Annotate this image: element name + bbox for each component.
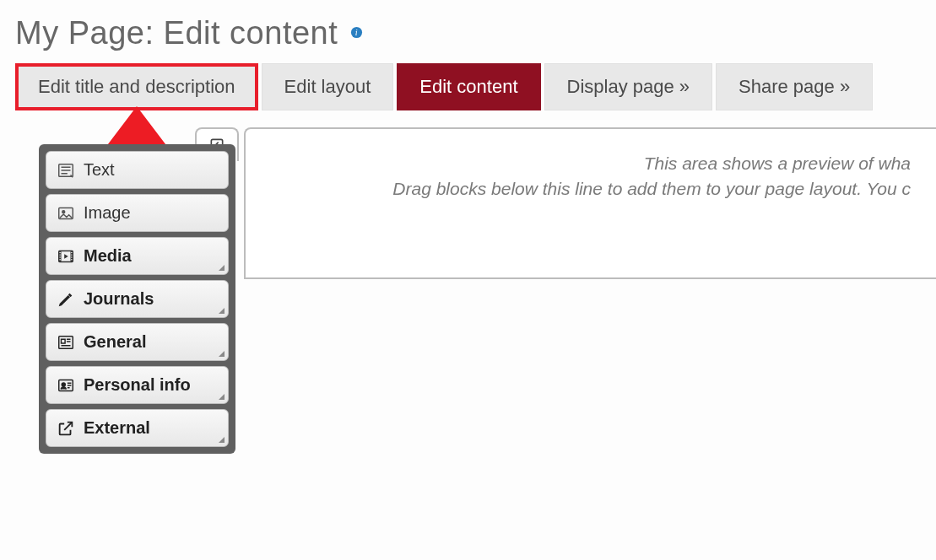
svg-text:i: i bbox=[355, 29, 358, 38]
svg-marker-17 bbox=[64, 254, 68, 259]
preview-hint-line2: Drag blocks below this line to add them … bbox=[338, 176, 911, 202]
page-title: My Page: Edit content i bbox=[15, 15, 936, 51]
svg-point-11 bbox=[59, 256, 60, 257]
svg-point-14 bbox=[71, 254, 72, 255]
sidebar-item-media[interactable]: Media bbox=[46, 237, 229, 275]
tab-display-page[interactable]: Display page » bbox=[544, 63, 713, 110]
page-title-text: My Page: Edit content bbox=[15, 15, 338, 51]
tab-bar: Edit title and description Edit layout E… bbox=[15, 63, 936, 110]
info-icon[interactable]: i bbox=[350, 26, 363, 39]
newspaper-icon bbox=[57, 333, 75, 352]
tab-edit-layout[interactable]: Edit layout bbox=[262, 63, 394, 110]
tab-edit-title[interactable]: Edit title and description bbox=[15, 63, 258, 110]
svg-point-12 bbox=[59, 258, 60, 259]
svg-point-9 bbox=[59, 251, 60, 252]
id-card-icon bbox=[57, 376, 75, 395]
expand-corner-icon bbox=[219, 265, 225, 271]
svg-point-13 bbox=[71, 251, 72, 252]
sidebar-item-label: Image bbox=[84, 203, 131, 223]
expand-corner-icon bbox=[219, 308, 225, 314]
sidebar-item-general[interactable]: General bbox=[46, 323, 229, 361]
text-icon bbox=[57, 161, 75, 180]
svg-point-20 bbox=[62, 383, 65, 386]
preview-area[interactable]: This area shows a preview of wha Drag bl… bbox=[244, 127, 936, 279]
sidebar-item-label: External bbox=[84, 418, 150, 438]
media-icon bbox=[57, 247, 75, 266]
svg-point-16 bbox=[71, 258, 72, 259]
sidebar-item-image[interactable]: Image bbox=[46, 194, 229, 232]
svg-point-5 bbox=[62, 210, 65, 213]
sidebar-item-personal-info[interactable]: Personal info bbox=[46, 366, 229, 404]
preview-hint-line1: This area shows a preview of wha bbox=[338, 151, 911, 176]
pencil-icon bbox=[57, 290, 75, 309]
sidebar-item-label: Personal info bbox=[84, 375, 191, 395]
svg-point-10 bbox=[59, 254, 60, 255]
blocks-sidebar: Text Image Media Journals bbox=[39, 144, 235, 454]
sidebar-item-text[interactable]: Text bbox=[46, 151, 229, 189]
sidebar-item-label: General bbox=[84, 332, 146, 352]
expand-corner-icon bbox=[219, 437, 225, 443]
tab-edit-content[interactable]: Edit content bbox=[397, 63, 540, 110]
image-icon bbox=[57, 204, 75, 223]
expand-corner-icon bbox=[219, 394, 225, 400]
external-link-icon bbox=[57, 419, 75, 438]
expand-corner-icon bbox=[219, 351, 225, 357]
sidebar-item-label: Journals bbox=[84, 289, 154, 309]
sidebar-item-journals[interactable]: Journals bbox=[46, 280, 229, 318]
sidebar-item-external[interactable]: External bbox=[46, 409, 229, 447]
svg-point-15 bbox=[71, 256, 72, 257]
tab-share-page[interactable]: Share page » bbox=[716, 63, 873, 110]
sidebar-item-label: Text bbox=[84, 160, 115, 180]
sidebar-item-label: Media bbox=[84, 246, 132, 266]
